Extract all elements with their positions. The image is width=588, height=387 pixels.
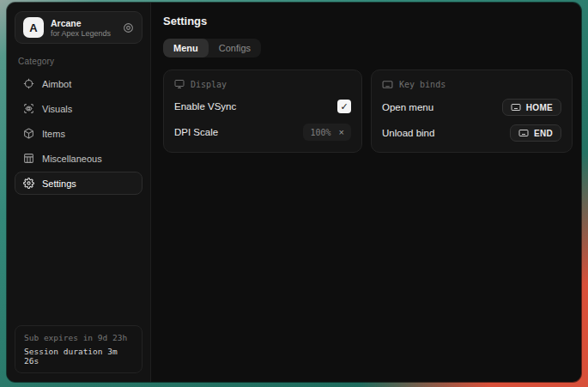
tab-menu[interactable]: Menu: [163, 39, 209, 57]
sidebar-item-label: Aimbot: [42, 79, 71, 89]
cube-icon: [23, 128, 34, 139]
open-menu-row: Open menu HOME: [382, 99, 561, 116]
grid-icon: [23, 153, 34, 164]
vsync-checkbox[interactable]: ✓: [337, 100, 351, 113]
sidebar-item-items[interactable]: Items: [15, 122, 142, 145]
sidebar-item-miscellaneous[interactable]: Miscellaneous: [15, 147, 142, 170]
display-card-title: Display: [191, 80, 227, 89]
keyboard-icon: [518, 128, 529, 138]
unload-bind-keybind[interactable]: END: [510, 124, 561, 142]
dpi-scale-label: DPI Scale: [174, 127, 218, 137]
app-name: Arcane: [51, 18, 109, 28]
keybinds-card-title: Key binds: [399, 80, 446, 89]
unload-bind-label: Unload bind: [382, 128, 434, 138]
sidebar-item-label: Miscellaneous: [42, 154, 102, 164]
target-icon[interactable]: [123, 22, 134, 33]
subscription-card: Sub expires in 9d 23h Session duration 3…: [15, 325, 142, 373]
dpi-scale-row: DPI Scale 100% ×: [174, 124, 351, 141]
sidebar-nav: Aimbot Visuals: [15, 72, 142, 195]
tab-configs[interactable]: Configs: [209, 39, 261, 57]
keybinds-card-header: Key binds: [382, 79, 561, 90]
brand-card: A Arcane for Apex Legends: [15, 11, 142, 44]
eye-icon: [23, 103, 34, 114]
keyboard-icon: [382, 79, 393, 90]
keyboard-icon: [511, 102, 521, 112]
unload-bind-row: Unload bind END: [382, 124, 561, 142]
main-content: Settings Menu Configs Display: [151, 3, 581, 382]
category-label: Category: [18, 57, 139, 66]
gear-icon: [23, 178, 34, 189]
sidebar: A Arcane for Apex Legends Category: [7, 3, 151, 382]
sidebar-item-visuals[interactable]: Visuals: [15, 97, 142, 120]
vsync-label: Enable VSync: [174, 101, 236, 112]
display-card: Display Enable VSync ✓ DPI Scale 100% ×: [163, 70, 362, 153]
open-menu-label: Open menu: [382, 102, 433, 112]
display-card-header: Display: [174, 79, 351, 89]
sidebar-item-settings[interactable]: Settings: [15, 172, 142, 195]
app-logo: A: [23, 17, 44, 38]
open-menu-key: HOME: [526, 103, 553, 112]
sidebar-item-label: Settings: [42, 178, 76, 189]
sidebar-item-label: Visuals: [42, 104, 72, 114]
session-duration-text: Session duration 3m 26s: [24, 347, 133, 366]
keybinds-card: Key binds Open menu HOME: [371, 70, 573, 153]
app-subtitle: for Apex Legends: [51, 29, 109, 38]
sidebar-item-aimbot[interactable]: Aimbot: [15, 72, 142, 95]
unload-bind-key: END: [534, 129, 553, 138]
vsync-row: Enable VSync ✓: [174, 98, 351, 115]
cards-row: Display Enable VSync ✓ DPI Scale 100% ×: [163, 70, 573, 153]
tab-group: Menu Configs: [163, 39, 261, 57]
page-title: Settings: [163, 15, 573, 27]
open-menu-keybind[interactable]: HOME: [502, 99, 561, 116]
sidebar-item-label: Items: [42, 129, 65, 139]
dpi-scale-input[interactable]: 100% ×: [303, 124, 351, 141]
brand-text: Arcane for Apex Legends: [51, 18, 109, 38]
sub-expiry-text: Sub expires in 9d 23h: [24, 333, 133, 342]
app-window: A Arcane for Apex Legends Category: [7, 3, 581, 382]
crosshair-icon: [23, 78, 34, 89]
monitor-icon: [174, 79, 185, 89]
dpi-scale-value: 100%: [310, 128, 330, 137]
clear-icon[interactable]: ×: [339, 128, 344, 137]
